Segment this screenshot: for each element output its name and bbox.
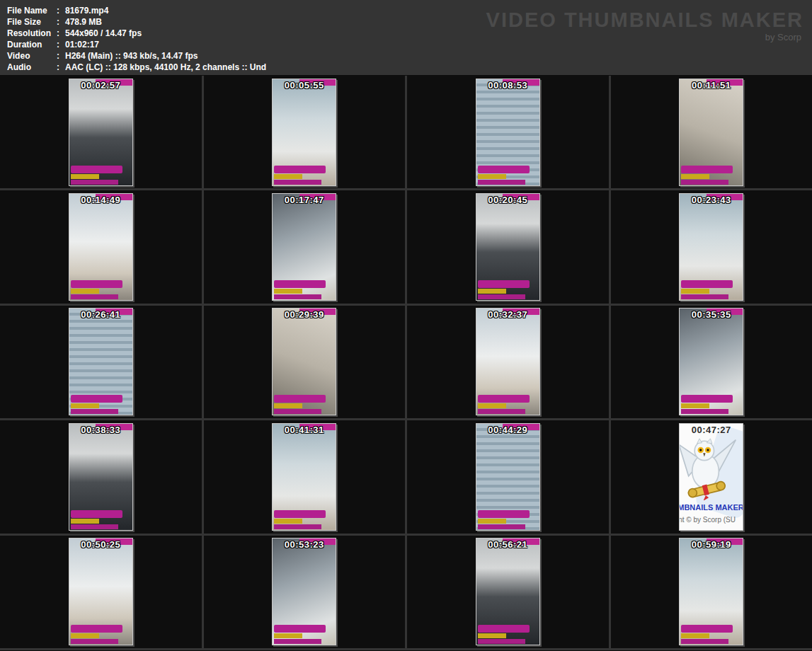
video-thumbnail: 00:44:29 xyxy=(476,423,540,531)
thumbnail-cell: 00:50:25 xyxy=(0,536,202,648)
watermark-strip xyxy=(71,633,99,638)
watermark-strip xyxy=(71,166,122,173)
timestamp-overlay: 00:23:43 xyxy=(680,195,743,205)
timestamp-overlay: 00:14:49 xyxy=(69,195,132,205)
watermark-strip xyxy=(478,174,506,179)
video-thumbnail: 00:11:51 xyxy=(679,79,743,186)
field-value: H264 (Main) :: 943 kb/s, 14.47 fps xyxy=(65,50,198,62)
thumbnail-cell: 00:14:49 xyxy=(0,190,202,303)
watermark-strip xyxy=(71,639,118,644)
field-separator: : xyxy=(57,50,65,62)
watermark-strip xyxy=(71,409,118,414)
watermark-strip xyxy=(681,166,733,173)
watermark-strip xyxy=(274,633,302,638)
watermark-strip xyxy=(274,625,326,633)
timestamp-overlay: 00:56:21 xyxy=(476,539,539,550)
timestamp-overlay: 00:08:53 xyxy=(476,80,539,91)
watermark-strip xyxy=(274,395,326,403)
field-separator: : xyxy=(57,28,65,39)
watermark-strip xyxy=(274,280,326,288)
video-thumbnail: 00:35:35 xyxy=(679,308,743,415)
watermark-strip xyxy=(274,294,321,299)
watermark-strip xyxy=(71,625,122,633)
timestamp-overlay: 00:29:39 xyxy=(273,309,336,320)
video-thumbnail: 00:23:43 xyxy=(679,193,743,301)
thumbnail-cell: 00:17:47 xyxy=(204,190,406,303)
watermark-strip xyxy=(71,289,99,294)
field-value: AAC (LC) :: 128 kbps, 44100 Hz, 2 channe… xyxy=(65,62,266,73)
video-thumbnail: 00:14:49 xyxy=(69,193,133,301)
watermark-strip xyxy=(681,639,728,644)
watermark-strip xyxy=(71,510,122,518)
watermark-strip xyxy=(478,289,506,294)
video-thumbnail: 00:17:47 xyxy=(272,193,336,301)
video-thumbnail: 00:29:39 xyxy=(272,308,336,415)
thumbnail-cell: 00:32:37 xyxy=(407,306,609,418)
video-thumbnail: 00:50:25 xyxy=(69,538,133,645)
field-value: 478.9 MB xyxy=(65,16,102,28)
watermark-strip xyxy=(478,180,525,185)
thumbnail-cell: 00:02:57 xyxy=(0,76,202,188)
video-thumbnail: 00:59:19 xyxy=(679,538,743,645)
watermark-strip xyxy=(681,289,709,294)
watermark-strip xyxy=(681,180,728,185)
watermark-strip xyxy=(71,280,122,288)
video-thumbnail: 00:32:37 xyxy=(476,308,540,415)
watermark-strip xyxy=(71,519,99,524)
metadata-line: Duration:01:02:17 xyxy=(7,39,805,50)
watermark-strip xyxy=(478,294,525,299)
field-label: File Name xyxy=(7,5,57,16)
video-thumbnail: 00:20:45 xyxy=(476,193,540,301)
field-label: Duration xyxy=(7,39,57,50)
thumbnail-cell: 00:38:33 xyxy=(0,420,202,533)
field-separator: : xyxy=(57,5,65,16)
thumbnail-cell: 00:59:19 xyxy=(611,536,812,648)
video-thumbnail: 00:53:23 xyxy=(272,538,336,645)
timestamp-overlay: 00:26:41 xyxy=(69,309,132,320)
timestamp-overlay: 00:53:23 xyxy=(273,539,336,550)
watermark-strip xyxy=(71,294,118,299)
logo-text: MBNAILS MAKER 8 xyxy=(679,503,743,512)
metadata-line: Video:H264 (Main) :: 943 kb/s, 14.47 fps xyxy=(7,50,805,62)
watermark-strip xyxy=(274,519,302,524)
watermark-strip xyxy=(681,174,709,179)
header-panel: File Name:81679.mp4File Size:478.9 MBRes… xyxy=(0,0,812,75)
timestamp-overlay: 00:02:57 xyxy=(69,80,132,91)
owl-logo-icon xyxy=(679,434,740,500)
thumbnail-cell: 00:05:55 xyxy=(204,76,406,188)
watermark-strip xyxy=(478,280,530,288)
watermark-strip xyxy=(681,395,733,403)
app-title: VIDEO THUMBNAILS MAKER xyxy=(486,8,804,32)
watermark-strip xyxy=(478,395,530,403)
timestamp-overlay: 00:38:33 xyxy=(69,425,132,435)
watermark-strip xyxy=(478,510,530,518)
thumbnail-cell: 00:56:21 xyxy=(407,536,609,648)
field-separator: : xyxy=(57,16,65,28)
field-separator: : xyxy=(57,62,65,73)
watermark-strip xyxy=(274,409,321,414)
watermark-strip xyxy=(71,395,122,403)
watermark-strip xyxy=(274,403,302,408)
thumbnail-cell: 00:35:35 xyxy=(611,306,812,418)
watermark-strip xyxy=(71,180,118,185)
field-value: 544x960 / 14.47 fps xyxy=(65,28,142,39)
thumbnail-cell: 00:11:51 xyxy=(611,76,812,188)
watermark-strip xyxy=(681,409,728,414)
metadata-line: Audio:AAC (LC) :: 128 kbps, 44100 Hz, 2 … xyxy=(7,62,805,73)
thumbnail-cell: 00:53:23 xyxy=(204,536,406,648)
watermark-strip xyxy=(478,519,506,524)
watermark-strip xyxy=(478,524,525,529)
watermark-strip xyxy=(274,166,326,173)
field-label: Video xyxy=(7,50,57,62)
watermark-strip xyxy=(71,524,118,529)
timestamp-overlay: 00:17:47 xyxy=(273,195,336,205)
thumbnail-cell: 00:26:41 xyxy=(0,306,202,418)
video-thumbnail: 00:08:53 xyxy=(476,79,540,186)
watermark-strip xyxy=(681,625,733,633)
watermark-strip xyxy=(274,180,321,185)
timestamp-overlay: 00:35:35 xyxy=(680,309,743,320)
watermark-strip xyxy=(478,633,506,638)
watermark-strip xyxy=(478,639,525,644)
video-thumbnail: 00:41:31 xyxy=(272,423,336,531)
watermark-strip xyxy=(478,625,530,633)
